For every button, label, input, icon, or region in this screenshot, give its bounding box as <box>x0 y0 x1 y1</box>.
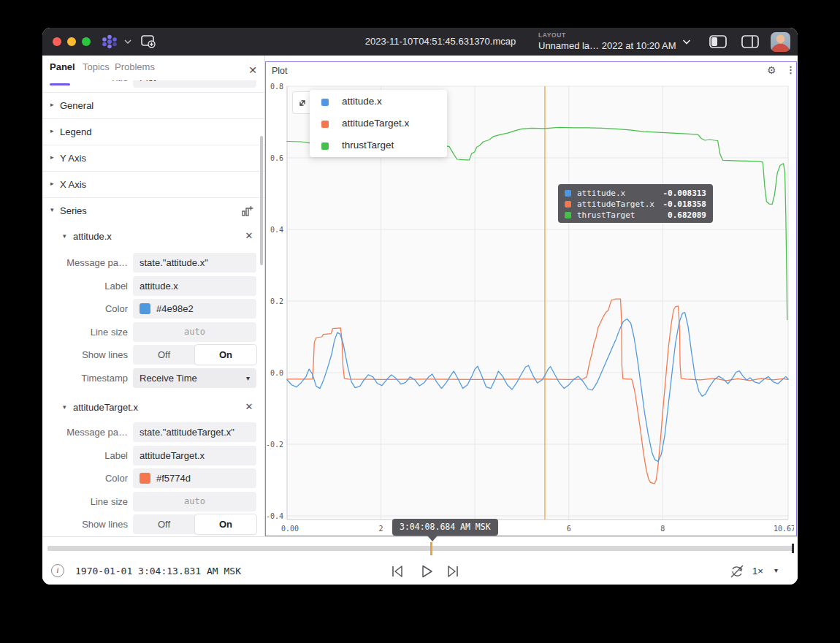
color-swatch[interactable] <box>140 473 150 484</box>
series-color-swatch <box>565 201 571 208</box>
field-row-label: Label attitude.x <box>42 276 264 296</box>
chevron-down-icon: ▾ <box>246 368 250 388</box>
line-size-input[interactable]: auto <box>133 492 256 511</box>
svg-text:0.00: 0.00 <box>281 525 299 533</box>
tab-panel[interactable]: Panel <box>50 61 75 72</box>
svg-text:0.4: 0.4 <box>270 226 283 234</box>
series-header-attitude-x[interactable]: ▾ attitude.x ✕ <box>42 224 264 249</box>
color-input[interactable]: #f5774d <box>133 468 256 488</box>
show-lines-off-button[interactable]: Off <box>133 514 195 534</box>
svg-text:10.67: 10.67 <box>774 525 794 533</box>
section-general[interactable]: ▸ General <box>42 92 264 118</box>
seek-end-button[interactable] <box>444 563 462 580</box>
legend-item[interactable]: attitude.x <box>310 91 447 113</box>
layout-chevron-icon[interactable] <box>682 39 691 45</box>
field-row-message-path: Message pa… state."attitude.x" <box>42 253 264 273</box>
legend-item[interactable]: attitudeTarget.x <box>310 113 447 134</box>
section-x-axis[interactable]: ▸ X Axis <box>42 171 264 197</box>
titlebar: 2023-11-10T04:51:45.631370.mcap LAYOUT U… <box>42 28 798 56</box>
chevron-right-icon: ▸ <box>50 180 54 187</box>
field-row-color: Color #4e98e2 <box>42 299 264 319</box>
label-input[interactable]: attitude.x <box>133 276 256 296</box>
section-legend[interactable]: ▸ Legend <box>42 118 264 145</box>
seek-start-button[interactable] <box>389 563 406 580</box>
remove-series-icon[interactable]: ✕ <box>243 400 256 414</box>
chevron-down-icon[interactable]: ▾ <box>774 566 778 574</box>
seek-hover-time-tooltip: 3:04:08.684 AM MSK <box>392 519 498 536</box>
layout-menu[interactable]: LAYOUT Unnamed la… 2022 at 10:20 AM <box>538 31 684 51</box>
section-y-axis[interactable]: ▸ Y Axis <box>42 145 264 171</box>
chevron-down-icon: ▾ <box>63 403 66 411</box>
svg-text:-0.2: -0.2 <box>267 441 283 449</box>
chevron-right-icon: ▸ <box>50 127 54 134</box>
seek-bar[interactable] <box>47 546 794 551</box>
color-swatch[interactable] <box>140 303 150 314</box>
info-icon[interactable]: i <box>51 564 64 577</box>
tab-problems[interactable]: Problems <box>115 61 155 72</box>
line-size-input[interactable]: auto <box>133 322 256 342</box>
window-title: 2023-11-10T04:51:45.631370.mcap <box>320 28 561 56</box>
clipped-title-row: Title Plot <box>42 80 264 89</box>
toggle-left-sidebar-icon[interactable] <box>709 34 728 49</box>
add-panel-icon[interactable] <box>140 34 156 49</box>
seek-hover-marker <box>430 542 432 555</box>
close-sidebar-icon[interactable]: ✕ <box>245 63 260 77</box>
playback-speed[interactable]: 1× <box>752 566 763 577</box>
section-series[interactable]: ▾ Series <box>42 197 264 224</box>
user-avatar[interactable] <box>771 32 790 52</box>
sidebar-scrollbar[interactable] <box>260 136 263 265</box>
svg-text:2: 2 <box>379 525 383 533</box>
remove-series-icon[interactable]: ✕ <box>243 229 256 243</box>
foxglove-logo-icon[interactable] <box>101 34 118 50</box>
timestamp-select[interactable]: Receive Time ▾ <box>133 368 256 388</box>
show-lines-on-button[interactable]: On <box>195 345 256 365</box>
label-input[interactable]: attitudeTarget.x <box>133 446 256 465</box>
color-input[interactable]: #4e98e2 <box>133 299 256 319</box>
message-path-input[interactable]: state."attitude.x" <box>133 253 256 273</box>
minimize-window-button[interactable] <box>67 37 76 46</box>
field-row-color: Color #f5774d <box>42 468 264 488</box>
svg-text:0.8: 0.8 <box>270 83 283 91</box>
field-row-line-size: Line size auto <box>42 322 264 342</box>
loop-off-icon[interactable] <box>728 563 747 580</box>
current-timestamp: 1970-01-01 3:04:13.831 AM MSK <box>75 566 241 577</box>
screen-background: 2023-11-10T04:51:45.631370.mcap LAYOUT U… <box>0 0 840 643</box>
title-field-label: Title <box>42 80 128 83</box>
field-row-show-lines: Show lines Off On <box>42 345 264 365</box>
field-row-show-lines: Show lines Off On <box>42 514 264 534</box>
maximize-window-button[interactable] <box>82 37 91 46</box>
chevron-right-icon: ▸ <box>50 101 54 108</box>
field-row-timestamp: Timestamp Receive Time ▾ <box>42 368 264 388</box>
legend-item[interactable]: thrustTarget <box>310 134 447 156</box>
series-color-swatch <box>321 142 329 150</box>
panel-settings-sidebar: Panel Topics Problems ✕ Title Plot ▸ Gen… <box>42 56 264 536</box>
toggle-right-sidebar-icon[interactable] <box>741 34 760 49</box>
gear-icon[interactable]: ⚙ <box>767 64 776 76</box>
playback-bar: i 1970-01-01 3:04:13.831 AM MSK 1× ▾ <box>42 536 798 585</box>
message-path-input[interactable]: state."attitudeTarget.x" <box>133 422 256 442</box>
layout-name: Unnamed la… 2022 at 10:20 AM <box>538 40 684 51</box>
show-lines-off-button[interactable]: Off <box>133 345 195 365</box>
app-window: 2023-11-10T04:51:45.631370.mcap LAYOUT U… <box>42 28 798 585</box>
title-field-input[interactable]: Plot <box>133 80 256 88</box>
app-menu-chevron-icon[interactable] <box>124 39 131 44</box>
series-color-swatch <box>321 121 329 128</box>
plot-legend: attitude.x attitudeTarget.x thrustTarget <box>310 90 447 157</box>
close-window-button[interactable] <box>53 37 61 46</box>
panel-title: Plot <box>272 66 288 76</box>
svg-text:0.0: 0.0 <box>270 369 283 377</box>
field-row-line-size: Line size auto <box>42 492 264 511</box>
tab-topics[interactable]: Topics <box>83 61 110 72</box>
series-header-attitude-target-x[interactable]: ▾ attitudeTarget.x ✕ <box>42 395 264 420</box>
tooltip-caret <box>427 536 438 541</box>
chevron-right-icon: ▸ <box>50 153 54 161</box>
seek-playhead-marker[interactable] <box>792 544 794 553</box>
kebab-menu-icon[interactable]: ⋮ <box>786 64 795 75</box>
svg-text:8: 8 <box>660 525 665 533</box>
tooltip-row: thrustTarget 0.682089 <box>565 210 706 221</box>
series-color-swatch <box>565 212 571 218</box>
add-series-icon[interactable] <box>241 205 254 218</box>
play-button[interactable] <box>418 563 435 580</box>
show-lines-on-button[interactable]: On <box>195 514 256 534</box>
plot-panel[interactable]: Plot ⚙ ⋮ 0.80.60.40.20.0-0.2-0.40.002468… <box>265 61 797 536</box>
